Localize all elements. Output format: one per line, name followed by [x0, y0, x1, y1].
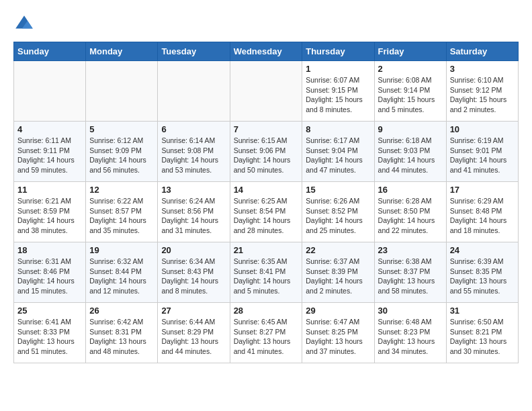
calendar-cell: 7Sunrise: 6:15 AM Sunset: 9:06 PM Daylig…	[230, 122, 302, 182]
day-info: Sunrise: 6:50 AM Sunset: 8:21 PM Dayligh…	[450, 317, 515, 357]
logo	[13, 13, 38, 35]
calendar-cell: 31Sunrise: 6:50 AM Sunset: 8:21 PM Dayli…	[446, 303, 518, 363]
day-info: Sunrise: 6:25 AM Sunset: 8:54 PM Dayligh…	[234, 196, 299, 236]
day-info: Sunrise: 6:28 AM Sunset: 8:50 PM Dayligh…	[378, 196, 443, 236]
day-info: Sunrise: 6:35 AM Sunset: 8:41 PM Dayligh…	[234, 257, 299, 296]
day-info: Sunrise: 6:29 AM Sunset: 8:48 PM Dayligh…	[450, 196, 515, 236]
calendar-cell: 28Sunrise: 6:45 AM Sunset: 8:27 PM Dayli…	[230, 303, 302, 363]
day-info: Sunrise: 6:14 AM Sunset: 9:08 PM Dayligh…	[161, 136, 226, 175]
day-number: 24	[450, 245, 515, 255]
calendar-cell: 22Sunrise: 6:37 AM Sunset: 8:39 PM Dayli…	[302, 242, 374, 303]
calendar-cell: 16Sunrise: 6:28 AM Sunset: 8:50 PM Dayli…	[374, 182, 446, 242]
day-number: 3	[450, 64, 515, 74]
calendar-cell: 5Sunrise: 6:12 AM Sunset: 9:09 PM Daylig…	[86, 122, 158, 182]
day-number: 5	[89, 124, 154, 134]
day-number: 12	[89, 185, 154, 195]
calendar-cell: 4Sunrise: 6:11 AM Sunset: 9:11 PM Daylig…	[14, 122, 86, 182]
calendar-week-1: 1Sunrise: 6:07 AM Sunset: 9:15 PM Daylig…	[14, 61, 519, 122]
logo-icon	[13, 13, 35, 35]
calendar-cell: 8Sunrise: 6:17 AM Sunset: 9:04 PM Daylig…	[302, 122, 374, 182]
day-info: Sunrise: 6:38 AM Sunset: 8:37 PM Dayligh…	[378, 257, 443, 296]
calendar-cell	[86, 61, 158, 122]
weekday-header-tuesday: Tuesday	[158, 42, 230, 61]
calendar-cell	[230, 61, 302, 122]
day-number: 30	[378, 306, 443, 316]
calendar-header-row: SundayMondayTuesdayWednesdayThursdayFrid…	[14, 42, 519, 61]
calendar-cell: 2Sunrise: 6:08 AM Sunset: 9:14 PM Daylig…	[374, 61, 446, 122]
calendar-cell	[14, 61, 86, 122]
calendar-cell: 15Sunrise: 6:26 AM Sunset: 8:52 PM Dayli…	[302, 182, 374, 242]
day-number: 10	[450, 124, 515, 134]
day-number: 20	[161, 245, 226, 255]
day-info: Sunrise: 6:41 AM Sunset: 8:33 PM Dayligh…	[17, 317, 82, 357]
day-info: Sunrise: 6:42 AM Sunset: 8:31 PM Dayligh…	[89, 317, 154, 357]
day-info: Sunrise: 6:26 AM Sunset: 8:52 PM Dayligh…	[306, 196, 370, 236]
day-info: Sunrise: 6:44 AM Sunset: 8:29 PM Dayligh…	[161, 317, 226, 357]
day-info: Sunrise: 6:31 AM Sunset: 8:46 PM Dayligh…	[17, 257, 82, 296]
calendar-cell: 9Sunrise: 6:18 AM Sunset: 9:03 PM Daylig…	[374, 122, 446, 182]
day-info: Sunrise: 6:07 AM Sunset: 9:15 PM Dayligh…	[306, 75, 370, 115]
weekday-header-monday: Monday	[86, 42, 158, 61]
day-number: 15	[306, 185, 370, 195]
calendar-cell: 10Sunrise: 6:19 AM Sunset: 9:01 PM Dayli…	[446, 122, 518, 182]
day-number: 18	[17, 245, 82, 255]
day-info: Sunrise: 6:45 AM Sunset: 8:27 PM Dayligh…	[234, 317, 299, 357]
day-number: 23	[378, 245, 443, 255]
day-number: 9	[378, 124, 443, 134]
day-number: 11	[17, 185, 82, 195]
day-info: Sunrise: 6:24 AM Sunset: 8:56 PM Dayligh…	[161, 196, 226, 236]
day-info: Sunrise: 6:21 AM Sunset: 8:59 PM Dayligh…	[17, 196, 82, 236]
day-info: Sunrise: 6:19 AM Sunset: 9:01 PM Dayligh…	[450, 136, 515, 175]
calendar-cell: 17Sunrise: 6:29 AM Sunset: 8:48 PM Dayli…	[446, 182, 518, 242]
calendar-table: SundayMondayTuesdayWednesdayThursdayFrid…	[13, 42, 519, 363]
day-number: 28	[234, 306, 299, 316]
calendar-cell: 1Sunrise: 6:07 AM Sunset: 9:15 PM Daylig…	[302, 61, 374, 122]
weekday-header-friday: Friday	[374, 42, 446, 61]
day-info: Sunrise: 6:10 AM Sunset: 9:12 PM Dayligh…	[450, 75, 515, 115]
calendar-cell: 26Sunrise: 6:42 AM Sunset: 8:31 PM Dayli…	[86, 303, 158, 363]
day-number: 19	[89, 245, 154, 255]
calendar-cell: 29Sunrise: 6:47 AM Sunset: 8:25 PM Dayli…	[302, 303, 374, 363]
day-number: 17	[450, 185, 515, 195]
day-number: 7	[234, 124, 299, 134]
day-number: 13	[161, 185, 226, 195]
calendar-cell: 19Sunrise: 6:32 AM Sunset: 8:44 PM Dayli…	[86, 242, 158, 303]
calendar-cell: 12Sunrise: 6:22 AM Sunset: 8:57 PM Dayli…	[86, 182, 158, 242]
day-info: Sunrise: 6:18 AM Sunset: 9:03 PM Dayligh…	[378, 136, 443, 175]
calendar-cell: 6Sunrise: 6:14 AM Sunset: 9:08 PM Daylig…	[158, 122, 230, 182]
day-number: 16	[378, 185, 443, 195]
calendar-cell: 21Sunrise: 6:35 AM Sunset: 8:41 PM Dayli…	[230, 242, 302, 303]
day-number: 22	[306, 245, 370, 255]
day-number: 14	[234, 185, 299, 195]
calendar-cell: 25Sunrise: 6:41 AM Sunset: 8:33 PM Dayli…	[14, 303, 86, 363]
day-info: Sunrise: 6:22 AM Sunset: 8:57 PM Dayligh…	[89, 196, 154, 236]
calendar-cell: 11Sunrise: 6:21 AM Sunset: 8:59 PM Dayli…	[14, 182, 86, 242]
day-number: 6	[161, 124, 226, 134]
weekday-header-wednesday: Wednesday	[230, 42, 302, 61]
calendar-week-4: 18Sunrise: 6:31 AM Sunset: 8:46 PM Dayli…	[14, 242, 519, 303]
day-info: Sunrise: 6:08 AM Sunset: 9:14 PM Dayligh…	[378, 75, 443, 115]
calendar-week-3: 11Sunrise: 6:21 AM Sunset: 8:59 PM Dayli…	[14, 182, 519, 242]
day-number: 26	[89, 306, 154, 316]
calendar-cell: 23Sunrise: 6:38 AM Sunset: 8:37 PM Dayli…	[374, 242, 446, 303]
day-number: 25	[17, 306, 82, 316]
day-info: Sunrise: 6:32 AM Sunset: 8:44 PM Dayligh…	[89, 257, 154, 296]
day-info: Sunrise: 6:34 AM Sunset: 8:43 PM Dayligh…	[161, 257, 226, 296]
page-header	[13, 13, 519, 35]
day-info: Sunrise: 6:17 AM Sunset: 9:04 PM Dayligh…	[306, 136, 370, 175]
calendar-cell: 3Sunrise: 6:10 AM Sunset: 9:12 PM Daylig…	[446, 61, 518, 122]
weekday-header-thursday: Thursday	[302, 42, 374, 61]
day-info: Sunrise: 6:12 AM Sunset: 9:09 PM Dayligh…	[89, 136, 154, 175]
calendar-cell: 30Sunrise: 6:48 AM Sunset: 8:23 PM Dayli…	[374, 303, 446, 363]
calendar-cell: 20Sunrise: 6:34 AM Sunset: 8:43 PM Dayli…	[158, 242, 230, 303]
day-number: 2	[378, 64, 443, 74]
day-info: Sunrise: 6:11 AM Sunset: 9:11 PM Dayligh…	[17, 136, 82, 175]
day-info: Sunrise: 6:15 AM Sunset: 9:06 PM Dayligh…	[234, 136, 299, 175]
day-number: 31	[450, 306, 515, 316]
day-info: Sunrise: 6:39 AM Sunset: 8:35 PM Dayligh…	[450, 257, 515, 296]
day-info: Sunrise: 6:37 AM Sunset: 8:39 PM Dayligh…	[306, 257, 370, 296]
day-info: Sunrise: 6:48 AM Sunset: 8:23 PM Dayligh…	[378, 317, 443, 357]
calendar-cell: 18Sunrise: 6:31 AM Sunset: 8:46 PM Dayli…	[14, 242, 86, 303]
weekday-header-saturday: Saturday	[446, 42, 518, 61]
calendar-cell	[158, 61, 230, 122]
